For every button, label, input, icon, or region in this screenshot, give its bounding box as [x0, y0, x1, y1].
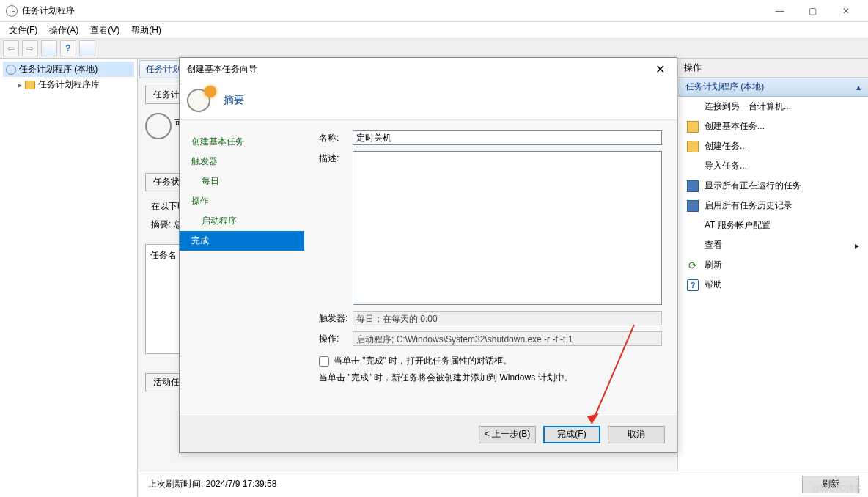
nav-startprog[interactable]: 启动程序: [180, 211, 304, 231]
action-refresh[interactable]: ⟳刷新: [678, 255, 868, 275]
status-bar: 上次刷新时间: 2024/7/9 17:39:58 刷新: [139, 471, 868, 497]
action-view[interactable]: 查看▸: [678, 235, 868, 255]
wizard-header: 摘要: [180, 81, 677, 120]
nav-action[interactable]: 操作: [180, 191, 304, 211]
wizard-note: 当单击 "完成" 时，新任务将会被创建并添加到 Windows 计划中。: [319, 372, 662, 384]
create-task-wizard: 创建基本任务向导 ✕ 摘要 创建基本任务 触发器 每日 操作 启动程序 完成 名…: [179, 57, 677, 453]
titlebar: 任务计划程序 — ▢ ✕: [0, 0, 868, 22]
list-icon: [687, 180, 699, 192]
tree-library-label: 任务计划程序库: [38, 78, 100, 91]
trigger-label: 触发器:: [319, 311, 353, 325]
tree-root-label: 任务计划程序 (本地): [19, 63, 98, 76]
blank-icon: [687, 220, 699, 232]
refresh-icon: ⟳: [687, 259, 699, 271]
action-value: 启动程序; C:\Windows\System32\shutdown.exe -…: [353, 331, 662, 346]
tree-root[interactable]: 任务计划程序 (本地): [3, 62, 134, 77]
nav-trigger[interactable]: 触发器: [180, 152, 304, 172]
actions-header: 操作: [678, 59, 868, 78]
actions-pane: 操作 任务计划程序 (本地) ▴ 连接到另一台计算机... 创建基本任务... …: [677, 59, 868, 497]
cancel-button[interactable]: 取消: [608, 426, 665, 443]
blank-icon: [687, 161, 699, 172]
menu-action[interactable]: 操作(A): [43, 23, 84, 38]
wizard-header-icon: [187, 86, 216, 115]
folder-icon: [25, 81, 35, 89]
action-import[interactable]: 导入任务...: [678, 156, 868, 176]
overview-icon: [145, 113, 174, 142]
menu-file[interactable]: 文件(F): [3, 23, 43, 38]
collapse-icon[interactable]: ▴: [856, 82, 861, 92]
wizard-titlebar: 创建基本任务向导 ✕: [180, 58, 677, 81]
nav-finish[interactable]: 完成: [180, 231, 304, 251]
desc-label: 描述:: [319, 151, 353, 305]
close-button[interactable]: ✕: [829, 1, 862, 21]
clock-icon: [6, 65, 16, 75]
action-help[interactable]: ?帮助: [678, 275, 868, 295]
task-icon: [687, 141, 699, 152]
help-icon[interactable]: ?: [60, 40, 76, 56]
wizard-nav: 创建基本任务 触发器 每日 操作 启动程序 完成: [180, 120, 304, 416]
taskname-col: 任务名: [150, 250, 177, 260]
tree-library[interactable]: ▸ 任务计划程序库: [15, 77, 134, 92]
action-show-running[interactable]: 显示所有正在运行的任务: [678, 176, 868, 196]
name-input[interactable]: [353, 130, 662, 145]
wizard-header-title: 摘要: [224, 94, 244, 107]
toolbar-icon-1[interactable]: [41, 40, 57, 56]
name-label: 名称:: [319, 130, 353, 145]
action-label: 操作:: [319, 331, 353, 346]
action-create-task[interactable]: 创建任务...: [678, 136, 868, 156]
maximize-button[interactable]: ▢: [796, 1, 829, 21]
nav-daily[interactable]: 每日: [180, 172, 304, 191]
action-create-basic[interactable]: 创建基本任务...: [678, 117, 868, 136]
wizard-content: 名称: 描述: 触发器: 每日；在每天的 0:00 操作: 启动程序; C:\W…: [304, 120, 677, 416]
action-at-service[interactable]: AT 服务帐户配置: [678, 216, 868, 235]
wizard-title: 创建基本任务向导: [187, 63, 257, 76]
action-connect[interactable]: 连接到另一台计算机...: [678, 97, 868, 117]
app-icon: [6, 5, 18, 17]
forward-button[interactable]: [22, 40, 38, 56]
finish-button[interactable]: 完成(F): [543, 426, 600, 443]
open-properties-checkbox[interactable]: [319, 356, 329, 367]
back-button[interactable]: [3, 40, 19, 56]
menu-help[interactable]: 帮助(H): [125, 23, 167, 38]
minimize-button[interactable]: —: [763, 1, 796, 21]
menu-view[interactable]: 查看(V): [84, 23, 125, 38]
blank-icon: [687, 101, 699, 113]
last-refresh-time: 上次刷新时间: 2024/7/9 17:39:58: [148, 478, 276, 490]
actions-section: 任务计划程序 (本地) ▴: [678, 78, 868, 97]
toolbar: ?: [0, 38, 868, 59]
expand-icon[interactable]: ▸: [18, 80, 22, 90]
wizard-footer: < 上一步(B) 完成(F) 取消: [180, 416, 677, 452]
blank-icon: [687, 240, 699, 251]
help-icon: ?: [687, 279, 699, 291]
history-icon: [687, 200, 699, 212]
chevron-right-icon: ▸: [855, 240, 859, 251]
watermark: @51CTO博客: [812, 483, 862, 494]
wizard-close-button[interactable]: ✕: [651, 62, 669, 76]
task-icon: [687, 121, 699, 133]
action-enable-history[interactable]: 启用所有任务历史记录: [678, 196, 868, 216]
back-button[interactable]: < 上一步(B): [479, 426, 536, 443]
nav-basic[interactable]: 创建基本任务: [180, 132, 304, 152]
window-title: 任务计划程序: [22, 4, 75, 17]
toolbar-icon-2[interactable]: [79, 40, 95, 56]
menubar: 文件(F) 操作(A) 查看(V) 帮助(H): [0, 22, 868, 38]
desc-textarea[interactable]: [353, 151, 662, 305]
nav-tree: 任务计划程序 (本地) ▸ 任务计划程序库: [0, 59, 138, 497]
checkbox-label: 当单击 "完成" 时，打开此任务属性的对话框。: [334, 355, 512, 367]
trigger-value: 每日；在每天的 0:00: [353, 311, 662, 325]
